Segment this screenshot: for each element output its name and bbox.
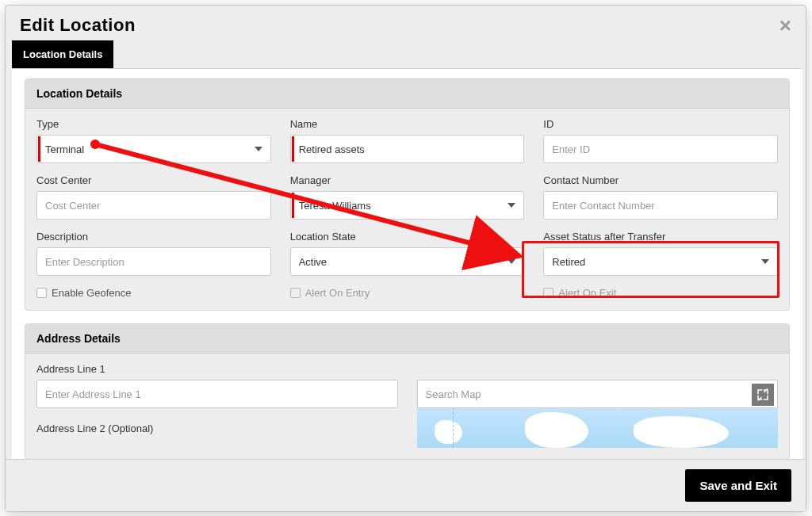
field-manager: Manager Teresa Williams [290,174,525,220]
chevron-down-icon [255,147,262,151]
address-left-column: Address Line 1 Enter Address Line 1 Addr… [36,363,398,448]
chevron-down-icon [508,203,515,208]
checkbox-alert-entry: Alert On Entry [290,287,525,299]
address-line-1-label: Address Line 1 [36,363,398,375]
row-3: Description Enter Description Location S… [36,231,778,276]
asset-status-value: Retired [552,256,585,268]
close-icon[interactable]: × [779,15,791,36]
checkbox-icon [36,288,47,298]
dialog-footer: Save and Exit [6,459,806,511]
contact-placeholder: Enter Contact Number [552,200,654,212]
checkbox-icon [543,288,553,298]
state-label: Location State [290,231,525,243]
required-indicator [292,136,294,162]
required-indicator [38,136,40,162]
tab-location-details[interactable]: Location Details [12,40,113,68]
type-value: Terminal [45,143,84,155]
field-address-line-1: Address Line 1 Enter Address Line 1 [36,363,398,408]
manager-value: Teresa Williams [299,200,371,212]
id-placeholder: Enter ID [552,143,590,155]
address-line-1-placeholder: Enter Address Line 1 [45,388,141,400]
address-line-2-label: Address Line 2 (Optional) [36,422,398,434]
state-select[interactable]: Active [290,247,525,276]
required-indicator [292,193,294,218]
field-asset-status: Asset Status after Transfer Retired [543,231,778,276]
address-row: Address Line 1 Enter Address Line 1 Addr… [36,363,778,448]
dialog-title: Edit Location [20,15,136,36]
field-id: ID Enter ID [543,118,778,163]
chevron-down-icon [761,259,769,264]
asset-status-label: Asset Status after Transfer [543,231,778,243]
cost-center-placeholder: Cost Center [45,200,100,212]
field-description: Description Enter Description [36,231,271,276]
checkbox-alert-exit: Alert On Exit [543,287,778,299]
description-input[interactable]: Enter Description [36,247,271,276]
tab-row: Location Details [6,40,806,68]
description-placeholder: Enter Description [45,256,124,268]
name-value: Retired assets [299,143,365,155]
type-label: Type [36,118,271,130]
field-contact: Contact Number Enter Contact Number [543,174,778,220]
manager-label: Manager [290,174,525,186]
enable-geofence-label: Enable Geofence [52,287,131,299]
section-title-address: Address Details [25,324,789,354]
cost-center-label: Cost Center [36,174,271,186]
description-label: Description [36,231,271,243]
map-preview[interactable] [417,408,779,448]
field-type: Type Terminal [36,118,271,163]
chevron-down-icon [508,259,515,264]
expand-icon[interactable] [752,384,774,406]
section-title-location: Location Details [25,79,789,109]
dialog-header: Edit Location × [6,6,806,40]
panel-address-details: Address Details Address Line 1 Enter Add… [25,323,790,459]
field-address-line-2: Address Line 2 (Optional) [36,422,398,439]
asset-status-select[interactable]: Retired [543,247,778,276]
address-line-1-input[interactable]: Enter Address Line 1 [36,380,398,408]
name-input[interactable]: Retired assets [290,135,525,163]
field-location-state: Location State Active [290,231,525,276]
id-input[interactable]: Enter ID [543,135,778,163]
contact-input[interactable]: Enter Contact Number [543,191,778,220]
id-label: ID [543,118,778,130]
row-1: Type Terminal Name Retired asset [36,118,778,163]
map-search-input[interactable]: Search Map [417,380,779,408]
checkbox-icon [290,288,301,298]
checkbox-row: Enable Geofence Alert On Entry Alert On … [36,287,778,299]
panel-body-location: Type Terminal Name Retired asset [25,109,789,310]
alert-exit-label: Alert On Exit [558,287,616,299]
cost-center-input[interactable]: Cost Center [36,191,271,220]
panel-location-details: Location Details Type Terminal N [25,78,790,311]
spacer [417,363,779,380]
panel-body-address: Address Line 1 Enter Address Line 1 Addr… [25,354,789,459]
row-2: Cost Center Cost Center Manager Teresa W… [36,174,778,220]
address-right-column: Search Map [417,363,779,448]
edit-location-dialog: Edit Location × Location Details Locatio… [5,5,806,512]
panel-wrap: Location Details Type Terminal N [12,69,802,459]
save-and-exit-button[interactable]: Save and Exit [685,469,791,502]
manager-select[interactable]: Teresa Williams [290,191,525,220]
name-label: Name [290,118,525,130]
field-cost-center: Cost Center Cost Center [36,174,271,220]
checkbox-enable-geofence[interactable]: Enable Geofence [36,287,271,299]
type-select[interactable]: Terminal [36,135,271,163]
map-search-placeholder: Search Map [426,388,481,400]
alert-entry-label: Alert On Entry [305,287,370,299]
state-value: Active [299,256,327,268]
field-name: Name Retired assets [290,118,525,163]
contact-label: Contact Number [543,174,778,186]
scroll-area[interactable]: Location Details Type Terminal N [12,68,802,459]
